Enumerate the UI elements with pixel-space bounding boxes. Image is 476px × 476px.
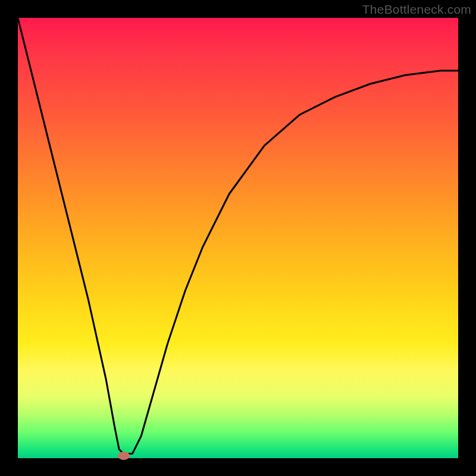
- curve-path: [18, 18, 458, 454]
- bottleneck-curve: [18, 18, 458, 458]
- optimal-point-marker: [118, 452, 130, 460]
- watermark-text: TheBottleneck.com: [362, 2, 471, 17]
- chart-frame: TheBottleneck.com: [0, 0, 476, 476]
- plot-area: [18, 18, 458, 458]
